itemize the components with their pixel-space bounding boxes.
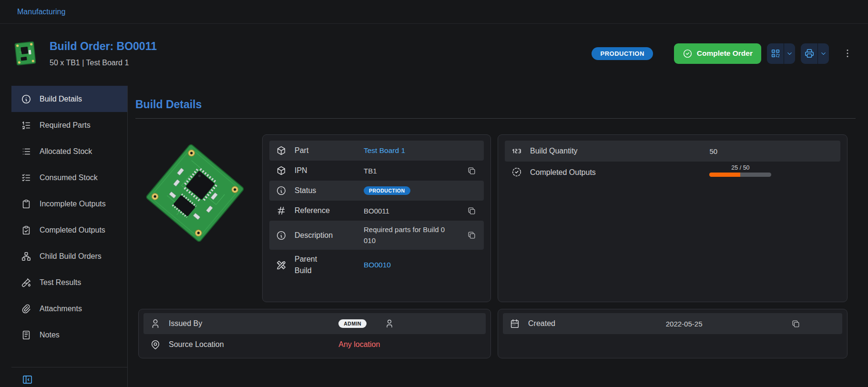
page-subtitle: 50 x TB1 | Test Board 1 [50,59,157,67]
test-pipe-icon [21,277,31,288]
sidebar-item-required-parts[interactable]: Required Parts [11,112,127,138]
completed-outputs-row: Completed Outputs 25 / 50 [505,162,840,189]
sidebar-item-build-details[interactable]: Build Details [11,86,127,112]
sidebar-item-completed-outputs[interactable]: Completed Outputs [11,217,127,243]
qr-code-button[interactable] [767,43,784,64]
breadcrumb-link-manufacturing[interactable]: Manufacturing [17,8,65,16]
detail-value: Required parts for Build 0010 [364,224,446,246]
info-circle-icon [276,185,286,196]
quantity-value: 50 [709,147,717,155]
qr-split-button [767,43,795,64]
tools-icon [276,260,286,270]
print-button[interactable] [801,43,817,64]
copy-button[interactable] [466,230,477,241]
qr-dropdown-button[interactable] [784,43,795,64]
header-actions: PRODUCTION Complete Order [592,43,854,64]
sidebar-collapse-icon [22,374,33,385]
chevron-down-icon [820,50,827,57]
build-order-thumbnail[interactable] [12,40,38,67]
detail-label: Status [295,185,364,196]
main-content: Build Details [128,86,868,387]
printer-icon [804,48,815,59]
sidebar-footer [11,367,127,387]
created-label: Created [528,318,555,329]
notes-icon [21,330,31,340]
part-image[interactable] [138,136,252,250]
section-divider [135,118,856,119]
created-value: 2022-05-25 [666,320,703,328]
user-icon [385,319,394,328]
detail-row-parent-build: Parent Build BO0010 [269,250,484,280]
issued-by-label: Issued By [169,318,202,329]
overflow-menu-button[interactable] [841,46,854,61]
calendar-icon [510,318,520,329]
parent-build-link[interactable]: BO0010 [364,261,391,269]
sidebar-item-notes[interactable]: Notes [11,322,127,348]
source-location-label: Source Location [169,339,224,350]
sitemap-icon [21,251,31,262]
progress-check-icon [511,167,522,177]
part-link[interactable]: Test Board 1 [364,146,405,155]
breadcrumb: Manufacturing [0,0,868,24]
collapse-sidebar-button[interactable] [21,373,34,386]
numbers-123-icon [511,146,522,156]
print-split-button [801,43,829,64]
quantity-panel: Build Quantity 50 Completed Outputs 25 /… [498,134,848,302]
sidebar-item-allocated-stock[interactable]: Allocated Stock [11,138,127,164]
created-row: Created 2022-05-25 [503,313,842,334]
detail-label: Parent Build [295,254,364,276]
clipboard-icon [21,199,31,209]
status-badge: PRODUCTION [364,186,410,195]
detail-label: Reference [295,205,364,216]
issued-by-value: ADMIN [338,319,394,328]
progress-label: 25 / 50 [709,164,771,171]
print-dropdown-button[interactable] [817,43,829,64]
detail-value: TB1 [364,167,377,175]
quantity-label: Build Quantity [530,145,578,157]
page-header: Build Order: BO0011 50 x TB1 | Test Boar… [0,24,868,86]
detail-value: BO0011 [364,207,389,215]
progress-fill [709,173,740,177]
status-badge: PRODUCTION [592,47,653,60]
build-details-table: Part Test Board 1 IPN TB1 Status PRODUCT… [262,134,491,302]
copy-button[interactable] [466,165,477,176]
sidebar-item-attachments[interactable]: Attachments [11,295,127,322]
title-block: Build Order: BO0011 50 x TB1 | Test Boar… [50,40,157,67]
hash-icon [276,205,286,216]
dots-vertical-icon [842,48,853,59]
progress-bar [709,173,771,177]
detail-label: Description [295,230,364,241]
circle-check-icon [683,49,693,59]
detail-label: Part [295,145,364,156]
chevron-down-icon [786,50,793,57]
detail-row-part: Part Test Board 1 [269,141,484,161]
copy-button[interactable] [790,318,801,329]
page-title: Build Order: BO0011 [50,40,157,53]
info-circle-icon [21,94,31,104]
issued-panel: Issued By ADMIN Source Location Any loca… [138,309,491,358]
sidebar: Build Details Required Parts Allocated S… [11,86,128,387]
list-check-icon [21,173,31,183]
sidebar-item-incomplete-outputs[interactable]: Incomplete Outputs [11,191,127,217]
copy-button[interactable] [466,205,477,216]
created-panel: Created 2022-05-25 [498,309,848,358]
sidebar-item-child-build-orders[interactable]: Child Build Orders [11,243,127,269]
sidebar-item-consumed-stock[interactable]: Consumed Stock [11,164,127,191]
qr-code-icon [770,48,781,59]
complete-order-button[interactable]: Complete Order [674,43,761,64]
detail-row-description: Description Required parts for Build 001… [269,221,484,250]
detail-row-ipn: IPN TB1 [269,161,484,181]
source-location-value: Any location [338,340,380,349]
detail-row-status: Status PRODUCTION [269,181,484,201]
info-circle-icon [276,230,286,241]
detail-row-reference: Reference BO0011 [269,201,484,221]
completed-outputs-progress: 25 / 50 [709,164,771,177]
build-quantity-row: Build Quantity 50 [505,141,840,162]
sidebar-item-test-results[interactable]: Test Results [11,269,127,295]
box-icon [276,145,286,156]
map-pin-icon [150,339,161,350]
detail-label: IPN [295,165,364,176]
user-icon [150,318,161,329]
clipboard-check-icon [21,225,31,235]
admin-badge: ADMIN [338,319,367,328]
